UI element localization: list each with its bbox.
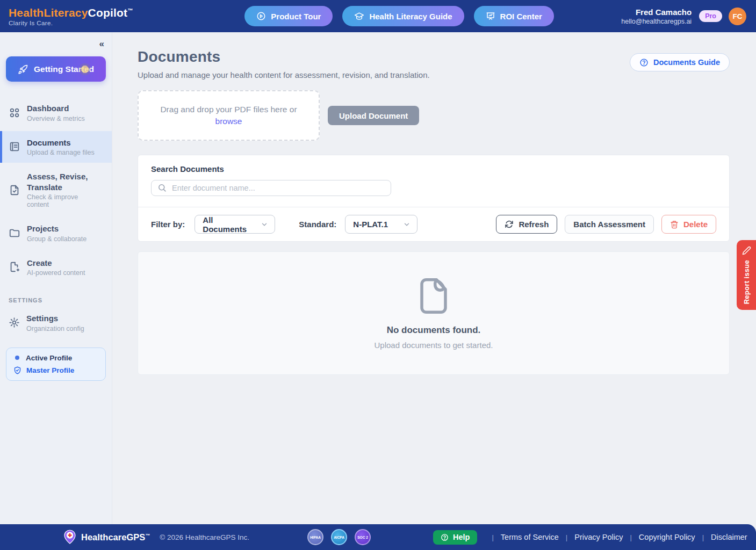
documents-guide-label: Documents Guide	[653, 58, 720, 67]
footer-brand: HealthcareGPS™	[63, 530, 150, 545]
link-separator: |	[630, 533, 631, 541]
refresh-icon	[505, 220, 514, 229]
delete-button[interactable]: Delete	[661, 215, 716, 234]
nav-item-sublabel: Group & collaborate	[27, 235, 87, 243]
standard-label: Standard:	[299, 220, 336, 229]
nav-text: Projects Group & collaborate	[27, 223, 87, 243]
nav-text: Create AI-powered content	[27, 258, 85, 277]
app-footer: HealthcareGPS™ © 2026 HealthcareGPS Inc.…	[0, 524, 756, 550]
brand-tagline: Clarity Is Care.	[9, 20, 177, 26]
soc2-badge: SOC 2	[355, 529, 371, 545]
rocket-icon	[18, 64, 28, 75]
documents-toolbar: Filter by: All Documents Standard: N-PLA…	[138, 207, 729, 241]
nav-item-label: Assess, Revise, Translate	[27, 171, 90, 192]
master-profile-label: Master Profile	[26, 366, 74, 374]
nav-item-sublabel: Overview & metrics	[27, 115, 85, 122]
footer-copyright: © 2026 HealthcareGPS Inc.	[160, 533, 249, 541]
refresh-button[interactable]: Refresh	[496, 215, 557, 234]
active-profile-box[interactable]: Active Profile Master Profile	[6, 348, 106, 381]
chevron-down-icon	[403, 221, 411, 228]
empty-state-title: No documents found.	[387, 325, 481, 336]
sidebar-item-documents[interactable]: Documents Upload & manage files	[0, 131, 112, 163]
report-issue-tab[interactable]: Report issue	[737, 240, 756, 310]
terms-of-service-link[interactable]: Terms of Service	[501, 533, 559, 541]
file-check-icon	[9, 184, 20, 196]
getting-started-button[interactable]: Getting Started	[6, 56, 106, 82]
empty-state-subtitle: Upload documents to get started.	[375, 341, 493, 350]
dropzone-text: Drag and drop your PDF files here or	[160, 105, 297, 114]
master-profile-row[interactable]: Master Profile	[13, 366, 98, 374]
sidebar-nav: Dashboard Overview & metrics Documents U…	[0, 97, 112, 283]
product-tour-button[interactable]: Product Tour	[244, 6, 333, 26]
filter-select-value: All Documents	[203, 215, 255, 234]
certification-badges: HIPAA AICPA SOC 2	[307, 529, 371, 545]
presentation-chart-icon	[486, 11, 495, 21]
nav-item-sublabel: Check & improve content	[27, 193, 90, 208]
nav-text: Assess, Revise, Translate Check & improv…	[27, 171, 90, 208]
gear-icon	[9, 317, 20, 328]
privacy-policy-link[interactable]: Privacy Policy	[574, 533, 623, 541]
sidebar-item-assess-revise-translate[interactable]: Assess, Revise, Translate Check & improv…	[0, 165, 112, 215]
user-name: Fred Camacho	[621, 8, 692, 17]
help-button[interactable]: Help	[433, 530, 477, 545]
pro-plan-badge: Pro	[699, 10, 722, 22]
user-info: Fred Camacho hello@healthcaregps.ai	[621, 8, 692, 25]
roi-center-button[interactable]: ROI Center	[474, 6, 554, 26]
documents-guide-button[interactable]: Documents Guide	[630, 53, 730, 71]
graduation-cap-icon	[354, 11, 364, 21]
search-input[interactable]	[151, 180, 391, 196]
help-circle-icon	[441, 533, 449, 541]
search-section: Search Documents	[138, 155, 729, 207]
sidebar-collapse-button[interactable]: «	[97, 37, 106, 52]
product-tour-label: Product Tour	[271, 12, 321, 21]
brand-name-part2: Copilot	[88, 6, 128, 19]
batch-assessment-button[interactable]: Batch Assessment	[565, 215, 654, 234]
delete-label: Delete	[683, 220, 708, 229]
filter-select[interactable]: All Documents	[195, 215, 275, 234]
active-dot-icon	[15, 356, 19, 360]
upload-document-button[interactable]: Upload Document	[328, 106, 419, 125]
brand-name-part1: HealthLiteracy	[9, 6, 88, 19]
empty-document-icon	[416, 277, 451, 315]
main-content: Documents Upload and manage your health …	[112, 32, 756, 524]
map-pin-logo-icon	[63, 530, 76, 545]
file-plus-icon	[9, 261, 20, 273]
trash-icon	[670, 220, 679, 229]
user-menu[interactable]: Fred Camacho hello@healthcaregps.ai Pro …	[621, 8, 756, 25]
refresh-label: Refresh	[519, 220, 549, 229]
sidebar-item-dashboard[interactable]: Dashboard Overview & metrics	[0, 97, 112, 129]
link-separator: |	[566, 533, 567, 541]
nav-text: Documents Upload & manage files	[27, 138, 95, 157]
play-circle-icon	[256, 11, 266, 21]
shield-check-icon	[13, 366, 21, 374]
nav-item-label: Projects	[27, 223, 87, 234]
pencil-icon	[742, 246, 751, 255]
health-literacy-guide-button[interactable]: Health Literacy Guide	[342, 6, 464, 26]
sidebar-item-settings[interactable]: Settings Organization config	[0, 307, 112, 339]
browse-link[interactable]: browse	[215, 117, 242, 126]
active-profile-label: Active Profile	[26, 354, 72, 362]
disclaimer-link[interactable]: Disclaimer	[711, 533, 747, 541]
search-icon	[157, 183, 167, 192]
empty-state: No documents found. Upload documents to …	[138, 251, 730, 375]
help-label: Help	[453, 533, 470, 541]
standard-select[interactable]: N-PLAT.1	[345, 215, 417, 234]
chevron-down-icon	[261, 221, 268, 228]
hipaa-badge: HIPAA	[307, 529, 323, 545]
roi-center-label: ROI Center	[500, 12, 542, 21]
aicpa-badge: AICPA	[331, 529, 347, 545]
pdf-dropzone[interactable]: Drag and drop your PDF files here or bro…	[138, 90, 320, 141]
sidebar-item-create[interactable]: Create AI-powered content	[0, 251, 112, 284]
footer-brand-name: HealthcareGPS™	[81, 532, 150, 542]
documents-card: Search Documents Filter by: All Document…	[138, 155, 730, 242]
copyright-policy-link[interactable]: Copyright Policy	[639, 533, 695, 541]
toolbar-actions: Refresh Batch Assessment Delete	[496, 215, 716, 234]
grid-icon	[9, 107, 20, 119]
cursor-highlight	[79, 63, 91, 75]
nav-item-label: Create	[27, 258, 85, 269]
sidebar-item-projects[interactable]: Projects Group & collaborate	[0, 217, 112, 249]
sidebar: « Getting Started Dashboard Overview & m…	[0, 32, 112, 524]
nav-item-label: Dashboard	[27, 103, 85, 114]
nav-text: Dashboard Overview & metrics	[27, 103, 85, 122]
avatar[interactable]: FC	[729, 8, 746, 25]
